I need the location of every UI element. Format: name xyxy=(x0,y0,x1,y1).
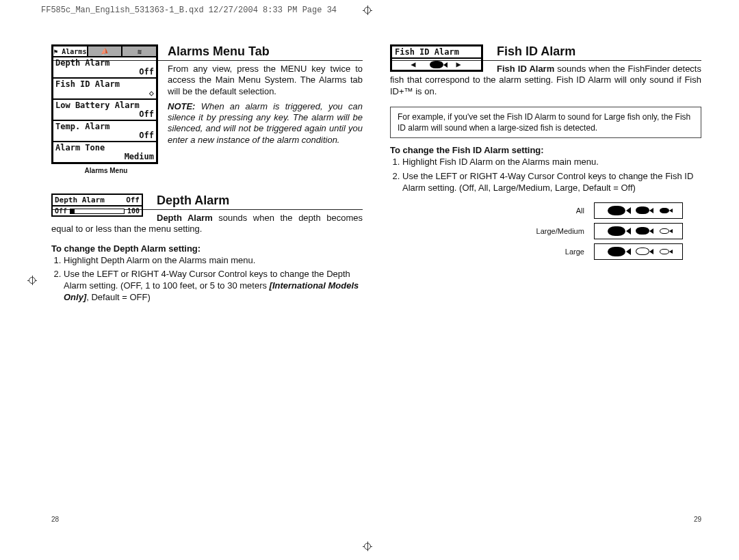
depth-alarm-steps: Highlight Depth Alarm on the Alarms main… xyxy=(51,255,363,304)
example-callout: For example, if you've set the Fish ID A… xyxy=(390,107,701,138)
lcd-row-tone: Alarm Tone Medium xyxy=(53,141,156,162)
crop-mark-icon xyxy=(27,276,37,285)
table-row: Large/Medium xyxy=(525,222,700,241)
lcd-tab-2: ⛵ xyxy=(87,46,122,56)
table-row: Large xyxy=(525,242,700,261)
fishid-steps: Highlight Fish ID Alarm on the Alarms ma… xyxy=(390,157,701,194)
table-row: All xyxy=(525,201,700,220)
subhead-depth-change: To change the Depth Alarm setting: xyxy=(51,243,363,254)
fish-outline-icon xyxy=(660,228,669,234)
alarms-menu-lcd: ⚑ Alarms ⛵ ≋ Depth Alarm Off Fish ID Ala… xyxy=(51,44,158,164)
fish-icon xyxy=(608,247,625,256)
fish-icon xyxy=(660,208,669,213)
fishid-lcd: Fish ID Alarm ◀ ▶ xyxy=(390,44,483,72)
list-item: Use the LEFT or RIGHT 4-Way Cursor Contr… xyxy=(64,269,363,304)
lcd-row-lowbatt: Low Battery Alarm Off xyxy=(53,98,156,120)
fish-icon xyxy=(430,61,443,68)
lcd-tab-3: ≋ xyxy=(121,46,156,56)
arrow-right-icon: ▶ xyxy=(456,59,462,69)
page-number: 29 xyxy=(694,516,701,523)
page-left: ⚑ Alarms ⛵ ≋ Depth Alarm Off Fish ID Ala… xyxy=(51,44,363,523)
fish-outline-icon xyxy=(636,248,649,255)
fish-icon xyxy=(608,206,625,215)
lcd-row-depth: Depth Alarm Off xyxy=(53,57,156,77)
page-number: 28 xyxy=(51,516,59,523)
fish-size-table: All Large/Medium Large xyxy=(523,200,701,263)
fish-icon xyxy=(608,226,625,236)
crop-mark-icon xyxy=(363,5,372,15)
lcd-row-temp: Temp. Alarm Off xyxy=(53,120,156,141)
subhead-fishid-change: To change the Fish ID Alarm setting: xyxy=(390,145,701,155)
fish-icon xyxy=(636,227,649,235)
crop-mark-icon xyxy=(363,542,372,551)
arrow-left-icon: ◀ xyxy=(411,59,417,69)
depth-alarm-lcd: Depth AlarmOff Off100 xyxy=(51,194,143,217)
page-right: Fish ID Alarm ◀ ▶ Fish ID Alarm Fish ID … xyxy=(390,44,701,523)
alarms-menu-caption: Alarms Menu xyxy=(51,167,161,174)
lcd-tab-alarms: ⚑ Alarms xyxy=(53,46,87,56)
list-item: Highlight Depth Alarm on the Alarms main… xyxy=(64,255,363,267)
list-item: Use the LEFT or RIGHT 4-Way Cursor Contr… xyxy=(402,171,701,194)
fish-outline-icon xyxy=(660,249,669,254)
print-slug: FF585c_Man_English_531363-1_B.qxd 12/27/… xyxy=(41,5,337,15)
list-item: Highlight Fish ID Alarm on the Alarms ma… xyxy=(402,157,701,168)
fish-icon xyxy=(636,206,649,214)
lcd-row-fishid: Fish ID Alarm ◇ xyxy=(53,77,156,98)
